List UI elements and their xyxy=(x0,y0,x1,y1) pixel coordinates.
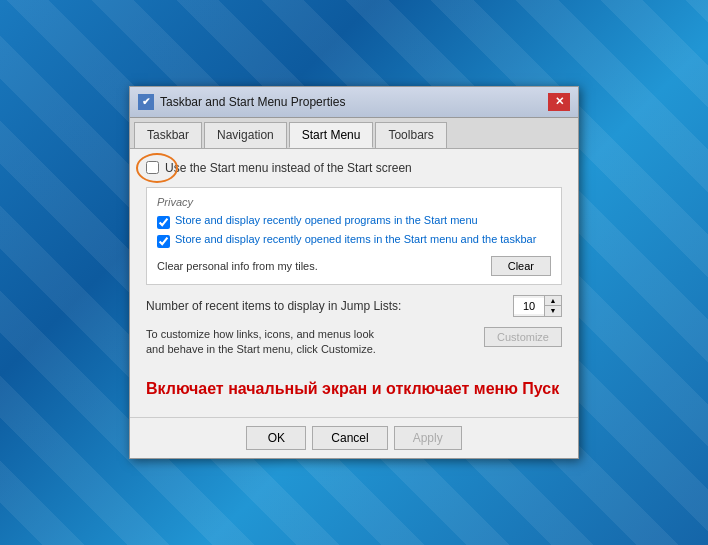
privacy-label-2: Store and display recently opened items … xyxy=(175,233,536,245)
ok-button[interactable]: OK xyxy=(246,426,306,450)
privacy-option2-row: Store and display recently opened items … xyxy=(157,233,551,248)
cancel-button[interactable]: Cancel xyxy=(312,426,387,450)
privacy-section: Privacy Store and display recently opene… xyxy=(146,187,562,285)
window-title: Taskbar and Start Menu Properties xyxy=(160,95,345,109)
spinner-up[interactable]: ▲ xyxy=(545,296,561,306)
footer-bar: OK Cancel Apply xyxy=(130,417,578,458)
tab-bar: Taskbar Navigation Start Menu Toolbars xyxy=(130,118,578,149)
jumplists-row: Number of recent items to display in Jum… xyxy=(146,295,562,317)
spinner-buttons: ▲ ▼ xyxy=(544,296,561,316)
tab-navigation[interactable]: Navigation xyxy=(204,122,287,148)
dialog-window: ✔ Taskbar and Start Menu Properties ✕ Ta… xyxy=(129,86,579,460)
tab-taskbar[interactable]: Taskbar xyxy=(134,122,202,148)
jumplists-input[interactable] xyxy=(514,298,544,314)
clear-row: Clear personal info from my tiles. Clear xyxy=(157,256,551,276)
privacy-checkbox-2[interactable] xyxy=(157,235,170,248)
clear-personal-label: Clear personal info from my tiles. xyxy=(157,260,318,272)
start-menu-label: Use the Start menu instead of the Start … xyxy=(165,161,412,175)
top-option-row: Use the Start menu instead of the Start … xyxy=(146,161,562,175)
tab-toolbars[interactable]: Toolbars xyxy=(375,122,446,148)
customize-button[interactable]: Customize xyxy=(484,327,562,347)
title-bar: ✔ Taskbar and Start Menu Properties ✕ xyxy=(130,87,578,118)
customize-row: To customize how links, icons, and menus… xyxy=(146,327,562,358)
window-icon: ✔ xyxy=(138,94,154,110)
title-bar-left: ✔ Taskbar and Start Menu Properties xyxy=(138,94,345,110)
privacy-label-1: Store and display recently opened progra… xyxy=(175,214,478,226)
jumplists-label: Number of recent items to display in Jum… xyxy=(146,299,401,313)
privacy-header: Privacy xyxy=(157,196,551,208)
content-area: Use the Start menu instead of the Start … xyxy=(130,149,578,418)
start-menu-checkbox[interactable] xyxy=(146,161,159,174)
apply-button[interactable]: Apply xyxy=(394,426,462,450)
tab-start-menu[interactable]: Start Menu xyxy=(289,122,374,148)
clear-button[interactable]: Clear xyxy=(491,256,551,276)
privacy-checkbox-1[interactable] xyxy=(157,216,170,229)
privacy-option1-row: Store and display recently opened progra… xyxy=(157,214,551,229)
close-button[interactable]: ✕ xyxy=(548,93,570,111)
customize-text: To customize how links, icons, and menus… xyxy=(146,327,386,358)
spinner-down[interactable]: ▼ xyxy=(545,306,561,316)
jumplists-spinner: ▲ ▼ xyxy=(513,295,562,317)
annotation-text: Включает начальный экран и отключает мен… xyxy=(146,367,562,407)
